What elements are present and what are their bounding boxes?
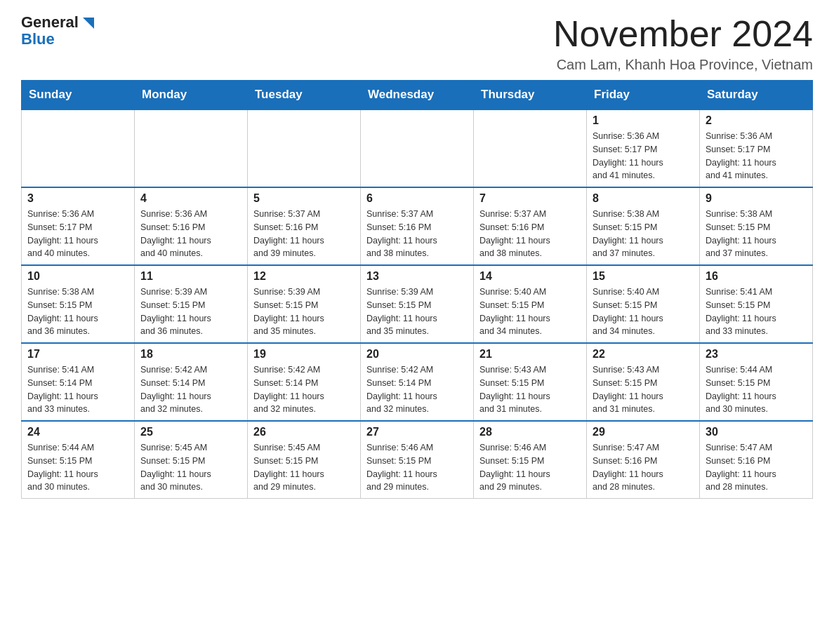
calendar-cell: 11Sunrise: 5:39 AMSunset: 5:15 PMDayligh…	[135, 265, 248, 343]
col-header-friday: Friday	[587, 81, 700, 110]
week-row-1: 1Sunrise: 5:36 AMSunset: 5:17 PMDaylight…	[22, 109, 813, 187]
day-info: Sunrise: 5:38 AMSunset: 5:15 PMDaylight:…	[27, 286, 128, 338]
day-number: 8	[593, 192, 694, 205]
location-subtitle: Cam Lam, Khanh Hoa Province, Vietnam	[553, 57, 813, 73]
logo-blue-line: Blue	[21, 31, 55, 48]
day-info: Sunrise: 5:42 AMSunset: 5:14 PMDaylight:…	[140, 363, 241, 416]
day-number: 15	[593, 270, 694, 283]
calendar-cell: 21Sunrise: 5:43 AMSunset: 5:15 PMDayligh…	[474, 343, 587, 421]
logo-triangle-icon	[80, 15, 95, 30]
week-row-3: 10Sunrise: 5:38 AMSunset: 5:15 PMDayligh…	[22, 265, 813, 343]
day-number: 28	[479, 426, 581, 438]
calendar-cell: 15Sunrise: 5:40 AMSunset: 5:15 PMDayligh…	[587, 265, 700, 343]
day-info: Sunrise: 5:40 AMSunset: 5:15 PMDaylight:…	[479, 286, 581, 338]
day-number: 29	[593, 426, 694, 438]
day-number: 5	[253, 192, 355, 205]
calendar-cell: 13Sunrise: 5:39 AMSunset: 5:15 PMDayligh…	[361, 265, 474, 343]
col-header-thursday: Thursday	[474, 81, 587, 110]
calendar-cell: 24Sunrise: 5:44 AMSunset: 5:15 PMDayligh…	[22, 421, 135, 499]
calendar-table: SundayMondayTuesdayWednesdayThursdayFrid…	[21, 80, 813, 499]
day-number: 19	[253, 348, 355, 361]
calendar-cell: 8Sunrise: 5:38 AMSunset: 5:15 PMDaylight…	[587, 187, 700, 265]
logo-text-blue: Blue	[21, 30, 55, 48]
day-info: Sunrise: 5:36 AMSunset: 5:17 PMDaylight:…	[27, 208, 128, 260]
calendar-cell: 4Sunrise: 5:36 AMSunset: 5:16 PMDaylight…	[135, 187, 248, 265]
col-header-monday: Monday	[135, 81, 248, 110]
calendar-cell: 10Sunrise: 5:38 AMSunset: 5:15 PMDayligh…	[22, 265, 135, 343]
day-info: Sunrise: 5:47 AMSunset: 5:16 PMDaylight:…	[593, 441, 694, 494]
day-info: Sunrise: 5:39 AMSunset: 5:15 PMDaylight:…	[140, 286, 241, 338]
calendar-cell	[248, 109, 361, 187]
calendar-cell: 19Sunrise: 5:42 AMSunset: 5:14 PMDayligh…	[248, 343, 361, 421]
day-number: 9	[706, 192, 807, 205]
calendar-cell	[361, 109, 474, 187]
day-number: 23	[706, 348, 807, 361]
calendar-cell: 16Sunrise: 5:41 AMSunset: 5:15 PMDayligh…	[700, 265, 813, 343]
day-number: 13	[366, 270, 468, 283]
calendar-cell: 22Sunrise: 5:43 AMSunset: 5:15 PMDayligh…	[587, 343, 700, 421]
day-info: Sunrise: 5:37 AMSunset: 5:16 PMDaylight:…	[366, 208, 468, 260]
calendar-cell: 29Sunrise: 5:47 AMSunset: 5:16 PMDayligh…	[587, 421, 700, 499]
day-info: Sunrise: 5:39 AMSunset: 5:15 PMDaylight:…	[366, 286, 468, 338]
calendar-cell: 26Sunrise: 5:45 AMSunset: 5:15 PMDayligh…	[248, 421, 361, 499]
calendar-cell: 3Sunrise: 5:36 AMSunset: 5:17 PMDaylight…	[22, 187, 135, 265]
calendar-cell: 2Sunrise: 5:36 AMSunset: 5:17 PMDaylight…	[700, 109, 813, 187]
page-header: General Blue November 2024 Cam Lam, Khan…	[21, 14, 813, 73]
day-info: Sunrise: 5:36 AMSunset: 5:16 PMDaylight:…	[140, 208, 241, 260]
calendar-cell: 23Sunrise: 5:44 AMSunset: 5:15 PMDayligh…	[700, 343, 813, 421]
col-header-saturday: Saturday	[700, 81, 813, 110]
calendar-cell: 25Sunrise: 5:45 AMSunset: 5:15 PMDayligh…	[135, 421, 248, 499]
calendar-cell: 14Sunrise: 5:40 AMSunset: 5:15 PMDayligh…	[474, 265, 587, 343]
month-title: November 2024	[553, 14, 813, 54]
week-row-4: 17Sunrise: 5:41 AMSunset: 5:14 PMDayligh…	[22, 343, 813, 421]
logo: General Blue	[21, 14, 95, 48]
day-info: Sunrise: 5:36 AMSunset: 5:17 PMDaylight:…	[593, 130, 694, 182]
calendar-cell: 17Sunrise: 5:41 AMSunset: 5:14 PMDayligh…	[22, 343, 135, 421]
day-info: Sunrise: 5:37 AMSunset: 5:16 PMDaylight:…	[253, 208, 355, 260]
day-info: Sunrise: 5:41 AMSunset: 5:14 PMDaylight:…	[27, 363, 128, 416]
day-number: 3	[27, 192, 128, 205]
day-number: 14	[479, 270, 581, 283]
calendar-cell	[474, 109, 587, 187]
day-number: 26	[253, 426, 355, 438]
day-info: Sunrise: 5:42 AMSunset: 5:14 PMDaylight:…	[253, 363, 355, 416]
day-info: Sunrise: 5:46 AMSunset: 5:15 PMDaylight:…	[366, 441, 468, 494]
calendar-cell: 1Sunrise: 5:36 AMSunset: 5:17 PMDaylight…	[587, 109, 700, 187]
day-number: 6	[366, 192, 468, 205]
day-info: Sunrise: 5:39 AMSunset: 5:15 PMDaylight:…	[253, 286, 355, 338]
day-number: 22	[593, 348, 694, 361]
calendar-header-row: SundayMondayTuesdayWednesdayThursdayFrid…	[22, 81, 813, 110]
col-header-sunday: Sunday	[22, 81, 135, 110]
day-info: Sunrise: 5:44 AMSunset: 5:15 PMDaylight:…	[706, 363, 807, 416]
calendar-cell: 30Sunrise: 5:47 AMSunset: 5:16 PMDayligh…	[700, 421, 813, 499]
col-header-tuesday: Tuesday	[248, 81, 361, 110]
calendar-cell	[22, 109, 135, 187]
logo-text-general: General	[21, 14, 79, 31]
calendar-cell: 27Sunrise: 5:46 AMSunset: 5:15 PMDayligh…	[361, 421, 474, 499]
day-info: Sunrise: 5:43 AMSunset: 5:15 PMDaylight:…	[479, 363, 581, 416]
day-number: 1	[593, 114, 694, 127]
calendar-cell: 12Sunrise: 5:39 AMSunset: 5:15 PMDayligh…	[248, 265, 361, 343]
calendar-cell: 7Sunrise: 5:37 AMSunset: 5:16 PMDaylight…	[474, 187, 587, 265]
day-info: Sunrise: 5:41 AMSunset: 5:15 PMDaylight:…	[706, 286, 807, 338]
day-number: 20	[366, 348, 468, 361]
calendar-cell: 20Sunrise: 5:42 AMSunset: 5:14 PMDayligh…	[361, 343, 474, 421]
day-number: 30	[706, 426, 807, 438]
day-number: 24	[27, 426, 128, 438]
day-info: Sunrise: 5:36 AMSunset: 5:17 PMDaylight:…	[706, 130, 807, 182]
day-info: Sunrise: 5:45 AMSunset: 5:15 PMDaylight:…	[140, 441, 241, 494]
day-info: Sunrise: 5:45 AMSunset: 5:15 PMDaylight:…	[253, 441, 355, 494]
day-number: 27	[366, 426, 468, 438]
day-number: 2	[706, 114, 807, 127]
day-info: Sunrise: 5:40 AMSunset: 5:15 PMDaylight:…	[593, 286, 694, 338]
day-number: 18	[140, 348, 241, 361]
title-area: November 2024 Cam Lam, Khanh Hoa Provinc…	[553, 14, 813, 73]
day-number: 11	[140, 270, 241, 283]
day-info: Sunrise: 5:47 AMSunset: 5:16 PMDaylight:…	[706, 441, 807, 494]
col-header-wednesday: Wednesday	[361, 81, 474, 110]
day-number: 25	[140, 426, 241, 438]
svg-marker-0	[83, 18, 94, 29]
day-number: 12	[253, 270, 355, 283]
day-number: 21	[479, 348, 581, 361]
calendar-cell: 18Sunrise: 5:42 AMSunset: 5:14 PMDayligh…	[135, 343, 248, 421]
